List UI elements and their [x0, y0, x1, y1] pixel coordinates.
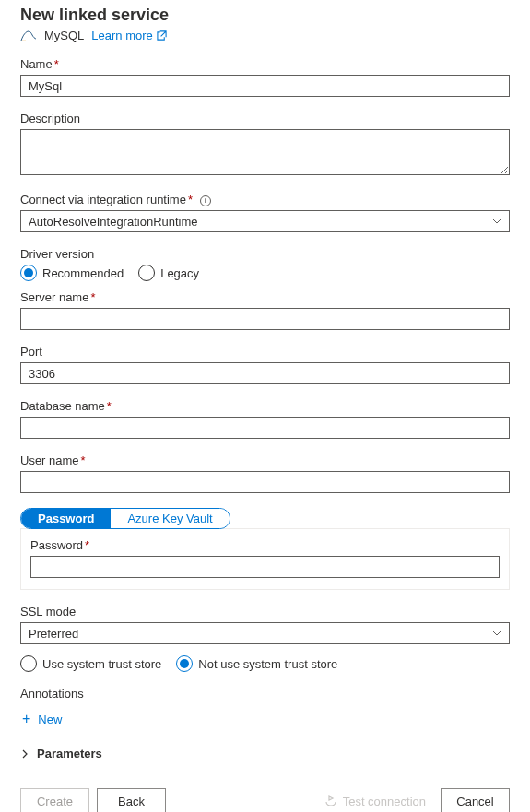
trust-notuse-radio[interactable]: Not use system trust store	[176, 655, 337, 672]
test-connection-icon	[324, 794, 337, 807]
test-connection-button[interactable]: Test connection	[324, 794, 426, 808]
cancel-button[interactable]: Cancel	[441, 788, 510, 812]
username-field: User name*	[20, 453, 510, 493]
credential-tabs: Password Azure Key Vault	[20, 508, 230, 529]
database-input[interactable]	[20, 417, 510, 439]
service-name: MySQL	[44, 29, 84, 42]
server-field: Server name*	[20, 290, 510, 330]
learn-more-label: Learn more	[91, 29, 152, 42]
name-label: Name*	[20, 57, 510, 71]
ssl-field: SSL mode Preferred	[20, 605, 510, 644]
name-input[interactable]	[20, 75, 510, 97]
description-input[interactable]	[20, 129, 510, 175]
radio-checked-icon	[20, 265, 37, 281]
tab-password[interactable]: Password	[21, 509, 111, 528]
port-label: Port	[20, 345, 510, 359]
database-field: Database name*	[20, 399, 510, 439]
runtime-select[interactable]: AutoResolveIntegrationRuntime	[20, 210, 510, 232]
subheader: MySQL Learn more	[20, 29, 510, 42]
username-label: User name*	[20, 453, 510, 467]
driver-recommended-radio[interactable]: Recommended	[20, 265, 124, 281]
external-link-icon	[157, 30, 167, 41]
page-title: New linked service	[20, 6, 510, 25]
info-icon[interactable]: i	[200, 195, 211, 206]
svg-point-0	[23, 40, 24, 41]
svg-point-1	[25, 40, 26, 41]
ssl-value: Preferred	[29, 627, 78, 641]
trust-store-field: Use system trust store Not use system tr…	[20, 655, 510, 672]
username-input[interactable]	[20, 471, 510, 493]
parameters-toggle[interactable]: Parameters	[20, 747, 510, 760]
add-annotation-button[interactable]: + New	[20, 704, 64, 734]
back-button[interactable]: Back	[97, 788, 166, 812]
chevron-down-icon	[492, 629, 501, 638]
runtime-field: Connect via integration runtime* i AutoR…	[20, 193, 510, 232]
runtime-label: Connect via integration runtime* i	[20, 193, 510, 206]
radio-checked-icon	[176, 655, 193, 672]
driver-legacy-radio[interactable]: Legacy	[138, 265, 199, 281]
database-label: Database name*	[20, 399, 510, 413]
name-field: Name*	[20, 57, 510, 97]
radio-unchecked-icon	[20, 655, 37, 672]
trust-use-radio[interactable]: Use system trust store	[20, 655, 161, 672]
port-field: Port	[20, 345, 510, 384]
chevron-down-icon	[492, 217, 501, 226]
mysql-icon	[20, 29, 37, 42]
annotations-label: Annotations	[20, 687, 510, 700]
ssl-select[interactable]: Preferred	[20, 622, 510, 644]
port-input[interactable]	[20, 362, 510, 384]
description-label: Description	[20, 112, 510, 125]
runtime-value: AutoResolveIntegrationRuntime	[29, 215, 198, 229]
annotations-section: Annotations + New	[20, 687, 510, 734]
password-panel: Password*	[20, 528, 510, 590]
ssl-label: SSL mode	[20, 605, 510, 618]
chevron-right-icon	[20, 749, 29, 759]
footer: Create Back Test connection Cancel	[20, 788, 510, 812]
password-input[interactable]	[30, 556, 500, 578]
description-field: Description	[20, 112, 510, 178]
password-label: Password*	[30, 538, 500, 552]
driver-field: Driver version Recommended Legacy	[20, 247, 510, 281]
driver-label: Driver version	[20, 247, 510, 261]
create-button[interactable]: Create	[20, 788, 89, 812]
server-label: Server name*	[20, 290, 510, 304]
tab-azure-key-vault[interactable]: Azure Key Vault	[111, 509, 229, 528]
server-input[interactable]	[20, 308, 510, 330]
radio-unchecked-icon	[138, 265, 155, 281]
plus-icon: +	[22, 712, 30, 726]
learn-more-link[interactable]: Learn more	[91, 29, 166, 42]
